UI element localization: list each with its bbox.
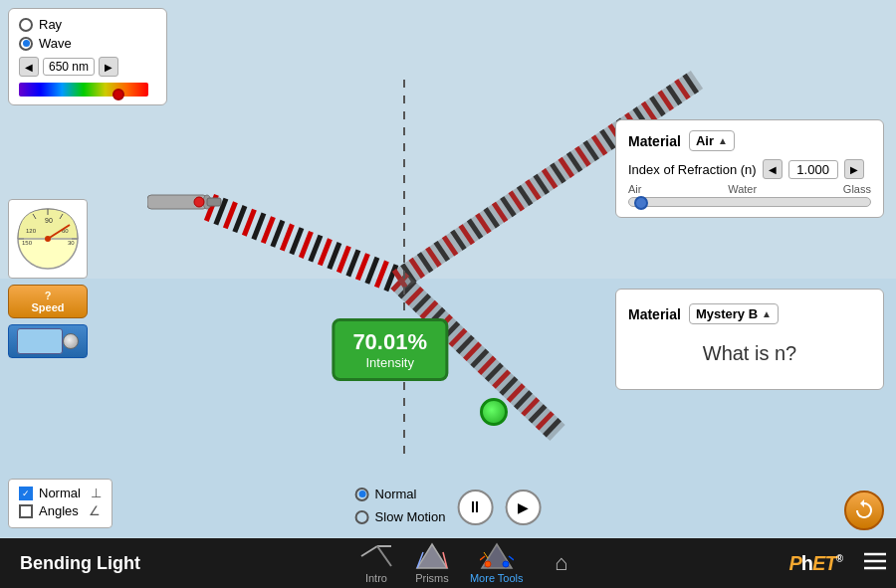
step-icon: ▶ <box>518 499 529 515</box>
menu-button[interactable] <box>854 552 896 575</box>
ior-decrease-button[interactable]: ◀ <box>763 159 783 179</box>
intensity-label: Intensity <box>352 355 427 370</box>
home-icon: ⌂ <box>544 549 579 577</box>
ior-row: Index of Refraction (n) ◀ 1.000 ▶ <box>628 159 871 179</box>
normal-motion-label: Normal <box>375 487 417 501</box>
normal-motion-row[interactable]: Normal <box>355 487 446 501</box>
svg-line-20 <box>377 546 391 566</box>
ior-slider-labels: Air Water Glass <box>628 183 871 195</box>
tab-prisms[interactable]: Prisms <box>414 542 450 584</box>
wave-radio[interactable] <box>19 37 33 51</box>
normal-line <box>403 80 405 458</box>
time-screen <box>17 328 63 354</box>
ray-radio-row[interactable]: Ray <box>19 17 156 32</box>
taskbar-title: Bending Light <box>0 553 160 574</box>
svg-point-25 <box>485 561 491 567</box>
material-row-1: Material Air ▲ <box>628 130 871 151</box>
time-knob <box>63 333 79 349</box>
material-row-2: Material Mystery B ▲ <box>628 303 871 324</box>
ior-increase-button[interactable]: ▶ <box>844 159 864 179</box>
wavelength-value: 650 nm <box>43 58 95 76</box>
ior-value: 1.000 <box>788 160 838 179</box>
prisms-icon <box>414 542 450 570</box>
wavelength-increase-button[interactable]: ▶ <box>99 57 118 77</box>
laser-source[interactable] <box>147 187 227 221</box>
material-select-1[interactable]: Air ▲ <box>689 130 735 151</box>
tab-intro[interactable]: Intro <box>358 542 394 584</box>
material-arrow-1[interactable]: ▲ <box>718 135 728 146</box>
bottom-left-checkboxes: ✓ Normal ⊥ Angles ∠ <box>8 479 112 528</box>
ior-label: Index of Refraction (n) <box>628 162 757 177</box>
intro-icon <box>358 542 394 570</box>
svg-line-18 <box>361 546 377 556</box>
wave-radio-row[interactable]: Wave <box>19 36 156 51</box>
tab-intro-label: Intro <box>365 572 387 584</box>
tab-prisms-label: Prisms <box>415 572 449 584</box>
wave-label: Wave <box>39 36 72 51</box>
material-label-2: Material <box>628 306 681 322</box>
material-label-1: Material <box>628 133 681 149</box>
svg-line-28 <box>509 556 514 560</box>
slow-motion-row[interactable]: Slow Motion <box>355 509 446 524</box>
angles-checkbox[interactable] <box>19 504 33 518</box>
time-button[interactable] <box>8 324 88 358</box>
slow-motion-label: Slow Motion <box>375 509 446 524</box>
intensity-percent: 70.01% <box>352 329 427 355</box>
svg-line-27 <box>480 556 485 560</box>
normal-label: Normal <box>39 486 81 500</box>
sensor-circle[interactable] <box>480 398 508 426</box>
rainbow-thumb <box>112 89 124 100</box>
hamburger-icon <box>864 552 886 570</box>
wavelength-decrease-button[interactable]: ◀ <box>19 57 39 77</box>
wavelength-row: ◀ 650 nm ▶ <box>19 57 156 77</box>
left-tools: 90 60 120 150 30 ? Speed <box>8 199 88 358</box>
material-value-2: Mystery B <box>696 306 758 321</box>
svg-text:30: 30 <box>68 240 75 246</box>
what-is-n: What is n? <box>628 332 871 375</box>
pause-icon: ⏸ <box>467 498 483 516</box>
svg-text:150: 150 <box>22 240 33 246</box>
ior-slider-thumb <box>634 196 648 210</box>
svg-text:90: 90 <box>45 217 53 224</box>
ray-label: Ray <box>39 17 62 32</box>
playback-controls: Normal Slow Motion ⏸ ▶ <box>355 487 542 528</box>
material-panel-mystery: Material Mystery B ▲ What is n? <box>615 289 884 390</box>
step-button[interactable]: ▶ <box>505 490 541 525</box>
top-left-panel: Ray Wave ◀ 650 nm ▶ <box>8 8 167 105</box>
speed-label: Speed <box>31 301 64 313</box>
material-value-1: Air <box>696 133 714 148</box>
phet-logo: PhET® <box>778 552 855 575</box>
protractor[interactable]: 90 60 120 150 30 <box>8 199 88 279</box>
normal-checkbox-row[interactable]: ✓ Normal ⊥ <box>19 486 102 500</box>
angles-icon: ∠ <box>89 503 101 518</box>
svg-text:120: 120 <box>26 228 37 234</box>
more-tools-icon <box>479 542 515 570</box>
ior-label-air: Air <box>628 183 641 195</box>
ior-label-water: Water <box>728 183 757 195</box>
ior-label-glass: Glass <box>843 183 871 195</box>
rainbow-slider[interactable] <box>19 83 148 97</box>
ior-slider-container: Air Water Glass <box>628 183 871 207</box>
ior-slider-track[interactable] <box>628 197 871 207</box>
reset-icon <box>852 498 876 522</box>
intensity-display: 70.01% Intensity <box>332 318 448 381</box>
taskbar: Bending Light Intro Prisms <box>0 538 896 588</box>
tab-more-tools[interactable]: More Tools <box>470 542 524 584</box>
normal-motion-radio[interactable] <box>355 488 369 501</box>
material-arrow-2[interactable]: ▲ <box>762 308 772 319</box>
material-select-2[interactable]: Mystery B ▲ <box>689 303 779 324</box>
taskbar-tabs: Intro Prisms <box>160 542 778 584</box>
svg-point-17 <box>45 236 51 242</box>
reset-button[interactable] <box>844 490 884 530</box>
tab-home[interactable]: ⌂ <box>544 549 579 577</box>
speed-button[interactable]: ? Speed <box>8 285 88 318</box>
svg-rect-3 <box>207 198 221 206</box>
motion-radio-group: Normal Slow Motion <box>355 487 446 528</box>
slow-motion-radio[interactable] <box>355 510 369 524</box>
angles-checkbox-row[interactable]: Angles ∠ <box>19 503 102 518</box>
pause-button[interactable]: ⏸ <box>457 490 493 525</box>
ray-radio[interactable] <box>19 18 33 32</box>
normal-checkbox[interactable]: ✓ <box>19 487 33 500</box>
normal-icon: ⊥ <box>91 486 102 500</box>
phet-text: PhET <box>789 552 836 574</box>
